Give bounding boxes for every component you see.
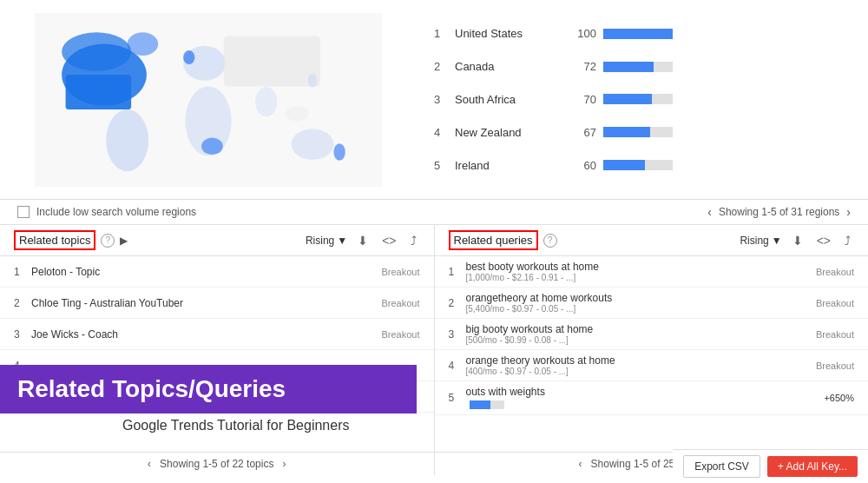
related-topics-title: Related topics [19,234,90,247]
query-name: orange theory workouts at home [466,354,816,367]
bar-fill [603,160,645,170]
query-row-5: 5 outs with weights +650% [435,381,869,415]
download-queries-button[interactable]: ⬇ [789,232,806,249]
query-row-1: 1 best booty workouts at home [1,000/mo … [435,256,869,288]
country-row: 4 New Zealand 67 [434,126,851,139]
embed-topics-button[interactable]: <> [378,232,399,249]
related-queries-info-icon[interactable]: ? [543,234,557,248]
query-badge: Breakout [816,298,854,308]
related-topics-panel: Related topics ? ▶ Rising ▼ ⬇ <> ⤴ 1 Pel… [0,225,435,475]
query-rank: 4 [449,360,466,372]
bar-fill [603,29,673,39]
overlay-banner: Related Topics/Queries [0,365,417,414]
share-queries-button[interactable]: ⤴ [841,232,854,249]
bar-fill [603,62,654,72]
related-topics-title-box: Related topics [14,230,95,250]
related-topics-info-icon[interactable]: ? [101,234,115,248]
country-row: 5 Ireland 60 [434,159,851,172]
query-row-4: 4 orange theory workouts at home [400/mo… [435,350,869,381]
query-sub: [400/mo - $0.97 - 0.05 - ...] [466,367,816,376]
filter-label: Rising [740,235,768,247]
country-name: New Zealand [455,126,559,139]
prev-queries-chevron[interactable]: ‹ [579,458,582,470]
topic-badge: Breakout [381,298,419,308]
related-queries-title-area: Related queries ? [449,230,557,250]
top-section: 1 United States 100 2 Canada 72 3 South … [0,0,868,200]
overlay-banner-text: Related Topics/Queries [17,375,286,402]
bar-container [603,62,673,72]
bar-container [603,94,673,104]
country-list: 1 United States 100 2 Canada 72 3 South … [417,9,868,190]
query-badge: Breakout [816,267,854,277]
subtitle-bar: Google Trends Tutorial for Beginners [117,416,354,435]
prev-topics-chevron[interactable]: ‹ [148,458,151,470]
world-map [26,13,391,187]
svg-rect-10 [224,36,320,86]
bar-container [603,127,673,137]
topic-name: Chloe Ting - Australian YouTuber [31,297,381,309]
query-name: outs with weights [466,386,825,398]
bar-container [603,29,673,39]
country-name: Ireland [455,159,559,172]
svg-point-12 [333,143,345,161]
svg-point-13 [308,73,318,87]
download-topics-button[interactable]: ⬇ [354,232,372,249]
related-queries-controls: Rising ▼ ⬇ <> ⤴ [740,232,854,249]
query-name: orangetheory at home workouts [466,292,816,304]
topic-row-3: 3 Joe Wicks - Coach Breakout [0,319,434,350]
next-topics-chevron[interactable]: › [282,458,286,470]
action-bar: Export CSV + Add All Key... [673,449,868,483]
country-score: 70 [566,93,596,106]
topic-rank: 2 [14,297,31,309]
country-score: 72 [566,60,596,73]
subtitle-text: Google Trends Tutorial for Beginners [122,418,349,433]
related-topics-arrow-icon: ▶ [120,235,128,247]
related-queries-filter-dropdown[interactable]: Rising ▼ [740,235,781,247]
topic-text: Peloton - Topic [31,266,381,278]
svg-point-5 [106,109,148,171]
query-name: big booty workouts at home [466,323,816,335]
country-rank: 1 [434,27,448,40]
query-text: orangetheory at home workouts [5,400/mo … [466,292,816,314]
topic-badge: Breakout [381,329,419,340]
query-rank: 3 [449,328,466,341]
query-text: big booty workouts at home [500/mo - $0.… [466,323,816,345]
related-queries-panel: Related queries ? Rising ▼ ⬇ <> ⤴ 1 best… [435,225,869,475]
add-keywords-button[interactable]: + Add All Key... [767,456,858,477]
country-rank: 5 [434,159,448,172]
query-text: outs with weights [466,386,825,410]
related-topics-controls: Rising ▼ ⬇ <> ⤴ [306,232,420,249]
svg-point-7 [183,50,194,64]
query-rank: 1 [449,266,466,278]
low-search-row: Include low search volume regions ‹ Show… [0,200,868,225]
country-name: South Africa [455,93,559,106]
prev-regions-chevron[interactable]: ‹ [707,205,712,219]
query-sub: [5,400/mo - $0.97 - 0.05 - ...] [466,304,816,314]
topic-name: Peloton - Topic [31,266,381,278]
svg-point-15 [286,105,309,121]
query-badge: Breakout [816,361,854,371]
svg-point-3 [62,32,131,70]
bar-container [603,160,673,170]
low-search-checkbox[interactable] [17,206,30,218]
topic-name: Joe Wicks - Coach [31,328,381,341]
svg-point-2 [128,32,159,56]
country-rank: 2 [434,60,448,73]
related-queries-title-box: Related queries [449,230,538,250]
query-badge: +650% [824,393,854,403]
low-search-label: Include low search volume regions [36,206,196,218]
related-queries-header: Related queries ? Rising ▼ ⬇ <> ⤴ [435,225,869,256]
export-csv-button[interactable]: Export CSV [683,455,760,478]
topic-rank: 1 [14,266,31,278]
embed-queries-button[interactable]: <> [813,232,834,249]
topic-text: Joe Wicks - Coach [31,328,381,341]
query-row-3: 3 big booty workouts at home [500/mo - $… [435,319,869,350]
low-search-left[interactable]: Include low search volume regions [17,206,196,218]
svg-rect-4 [66,75,132,109]
related-topics-header: Related topics ? ▶ Rising ▼ ⬇ <> ⤴ [0,225,434,256]
related-topics-filter-dropdown[interactable]: Rising ▼ [306,235,347,247]
map-area [0,9,417,190]
next-regions-chevron[interactable]: › [846,205,851,219]
related-queries-title: Related queries [454,234,533,247]
share-topics-button[interactable]: ⤴ [407,232,420,249]
